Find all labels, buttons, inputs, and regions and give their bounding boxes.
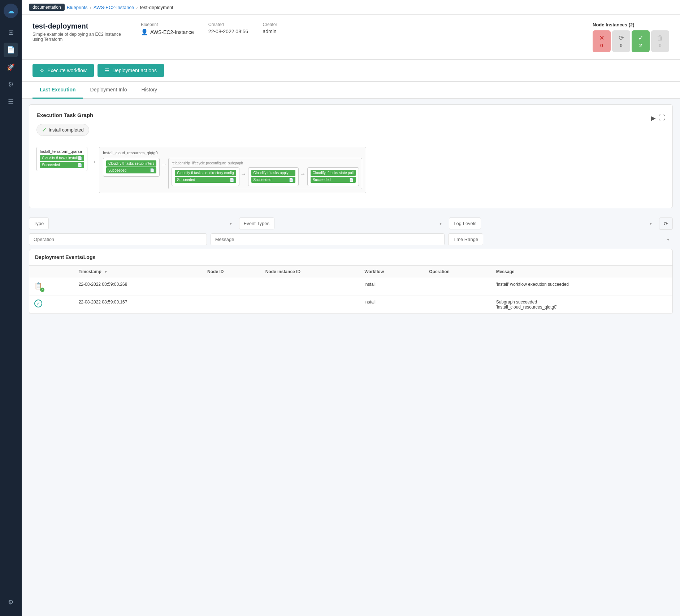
row2-message: Subgraph succeeded 'install_cloud_resour… [491, 296, 672, 314]
row2-node-id [202, 296, 260, 314]
row1-node-instance-id [260, 278, 360, 296]
created-meta: Created 22-08-2022 08:56 [208, 22, 248, 34]
message-input[interactable] [211, 233, 445, 245]
execution-task-graph-section: Execution Task Graph ▶ ⛶ ✓ install compl… [29, 104, 673, 208]
ni-deleted-icon: 🗑 [657, 34, 663, 42]
log-levels-filter[interactable]: Log Levels [449, 217, 481, 229]
task-node-terraform-label: Install_terraform_qrarsa [40, 149, 84, 154]
subgraph-preconfigure: relationship_lifecycle.preconfigure_subg… [168, 158, 362, 189]
subgraph-inner: Cloudify tf tasks setup linters Succeede… [103, 158, 362, 189]
arrow-3: → [241, 167, 247, 177]
refresh-button[interactable]: ⟳ [659, 217, 673, 230]
task-succeeded-text: Succeeded [42, 163, 60, 167]
row2-check-icon: ✓ [34, 300, 42, 307]
breadcrumb-link-ec2[interactable]: AWS-EC2-Instance [94, 5, 134, 10]
task-item-linters-status: Succeeded 📄 [106, 167, 156, 173]
filters-row-1: Type Event Types Log Levels ⟳ [22, 214, 680, 233]
ni-error-button[interactable]: ✕ 0 [593, 30, 611, 52]
table-row: ✓ 22-08-2022 08:59:00.167 install Subgra… [29, 296, 672, 314]
blueprint-value: 👤 AWS-EC2-Instance [141, 29, 194, 35]
sidebar-item-settings[interactable]: ⚙ [4, 595, 18, 609]
task-doc-icon: 📄 [78, 156, 82, 160]
ni-deleted-count: 0 [659, 43, 662, 48]
col-icon [29, 266, 74, 278]
task-node-linters: Cloudify tf tasks setup linters Succeede… [103, 158, 160, 177]
breadcrumb-link-blueprints[interactable]: Blueprints [67, 5, 88, 10]
table-row: 📋 ✓ 22-08-2022 08:59:00.268 install 'ins… [29, 278, 672, 296]
task-node-apply: Cloudify tf tasks apply Succeeded 📄 [248, 167, 299, 186]
execute-workflow-label: Execute workflow [47, 68, 87, 73]
play-icon[interactable]: ▶ [651, 114, 656, 122]
blueprint-meta: Blueprint 👤 AWS-EC2-Instance [141, 22, 194, 35]
col-workflow: Workflow [359, 266, 424, 278]
task-linters-name: Cloudify tf tasks setup linters [108, 161, 154, 165]
task-item-linters: Cloudify tf tasks setup linters [106, 160, 156, 167]
row1-icon-cell: 📋 ✓ [29, 278, 74, 296]
subgraph-label: Install_cloud_resources_qiqtg0 [103, 151, 362, 155]
created-value: 22-08-2022 08:56 [208, 29, 248, 34]
row1-workflow: install [359, 278, 424, 296]
task-item-state-status: Succeeded 📄 [311, 177, 356, 183]
task-doc-icon2: 📄 [78, 163, 82, 167]
tab-last-execution[interactable]: Last Execution [33, 82, 83, 99]
sidebar-item-blueprints[interactable]: 📄 [4, 43, 18, 57]
type-filter[interactable]: Type [29, 217, 49, 229]
col-node-id: Node ID [202, 266, 260, 278]
apply-doc-icon: 📄 [289, 178, 293, 182]
graph-title: Execution Task Graph [36, 112, 93, 118]
execution-status-text: install completed [49, 127, 84, 133]
task-item-dir: Cloudify tf tasks set directory config [175, 170, 236, 176]
ni-deleted-button[interactable]: 🗑 0 [651, 30, 669, 52]
deployment-actions-button[interactable]: ☰ Deployment actions [98, 64, 164, 77]
task-item-dir-status: Succeeded 📄 [175, 177, 236, 183]
deployment-title-section: test-deployment Simple example of deploy… [33, 22, 126, 42]
ni-pending-count: 0 [620, 43, 623, 48]
arrow-4: → [300, 167, 306, 177]
deployment-actions-label: Deployment actions [112, 68, 157, 73]
event-types-filter[interactable]: Event Types [239, 217, 274, 229]
ni-success-button[interactable]: ✓ 2 [632, 30, 650, 52]
deployment-header: test-deployment Simple example of deploy… [22, 15, 680, 60]
row1-icon-stack: 📋 ✓ [34, 282, 44, 292]
execute-workflow-button[interactable]: ⚙ Execute workflow [33, 64, 94, 77]
time-range-filter[interactable]: Time Range [448, 233, 483, 245]
operation-input[interactable] [29, 233, 207, 245]
main-content: documentation Blueprints › AWS-EC2-Insta… [22, 0, 680, 616]
ni-pending-button[interactable]: ⟳ 0 [612, 30, 630, 52]
tab-history[interactable]: History [134, 82, 165, 99]
task-item-apply: Cloudify tf tasks apply [251, 170, 295, 176]
sidebar-item-workflows[interactable]: 🚀 [4, 60, 18, 74]
sidebar-item-deployments[interactable]: ⊞ [4, 25, 18, 40]
ni-pending-icon: ⟳ [619, 34, 624, 42]
fullscreen-icon[interactable]: ⛶ [659, 114, 665, 122]
sort-icon: ▼ [104, 270, 108, 274]
breadcrumb-bar: documentation Blueprints › AWS-EC2-Insta… [22, 0, 680, 15]
sidebar-item-plugins[interactable]: ⚙ [4, 77, 18, 92]
task-node-dir: Cloudify tf tasks set directory config S… [172, 167, 239, 186]
sidebar-item-logs[interactable]: ☰ [4, 95, 18, 109]
state-doc-icon: 📄 [349, 178, 354, 182]
tab-deployment-info[interactable]: Deployment Info [83, 82, 134, 99]
events-logs-title: Deployment Events/Logs [29, 249, 672, 266]
graph-controls: ▶ ⛶ [651, 114, 665, 122]
deployment-description: Simple example of deploying an EC2 insta… [33, 32, 126, 42]
created-label: Created [208, 22, 248, 27]
task-graph-container: Install_terraform_qrarsa Cloudify tf tas… [36, 143, 665, 201]
ni-success-icon: ✓ [638, 34, 644, 42]
breadcrumb-sep-1: › [90, 5, 91, 10]
time-range-filter-wrap: Time Range [448, 233, 673, 245]
node-instances-title: Node Instances (2) [593, 22, 669, 27]
row2-icon-cell: ✓ [29, 296, 74, 314]
log-levels-filter-wrap: Log Levels [449, 217, 655, 230]
creator-label: Creator [263, 22, 277, 27]
deployment-name: test-deployment [33, 22, 126, 30]
task-item-apply-status: Succeeded 📄 [251, 177, 295, 183]
row1-operation [424, 278, 491, 296]
task-item-install: Cloudify tf tasks install 📄 [40, 155, 84, 161]
row2-node-instance-id [260, 296, 360, 314]
deployment-meta: Blueprint 👤 AWS-EC2-Instance Created 22-… [141, 22, 669, 52]
status-check-icon: ✓ [42, 126, 47, 133]
col-timestamp[interactable]: Timestamp ▼ [74, 266, 202, 278]
row1-message: 'install' workflow execution succeeded [491, 278, 672, 296]
row1-timestamp: 22-08-2022 08:59:00.268 [74, 278, 202, 296]
